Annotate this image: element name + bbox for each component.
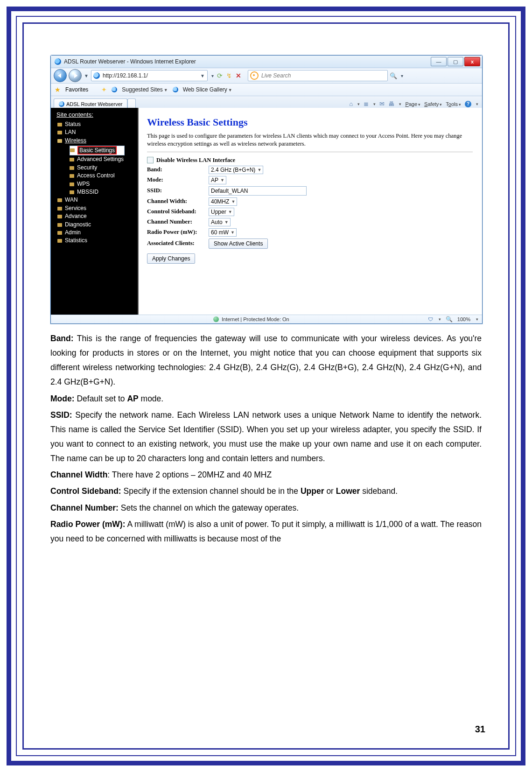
para-band: Band: This is the range of frequencies t… bbox=[50, 331, 482, 390]
divider bbox=[147, 152, 473, 152]
label-ssid: SSID: bbox=[147, 187, 209, 194]
search-provider-icon bbox=[250, 71, 259, 80]
minimize-button[interactable]: — bbox=[431, 57, 447, 66]
tree-item-wan[interactable]: WAN bbox=[57, 196, 138, 204]
para-channel-width: Channel Width: There have 2 options – 20… bbox=[50, 468, 482, 482]
disable-wlan-checkbox[interactable] bbox=[147, 157, 154, 163]
search-go-icon[interactable]: 🔍 bbox=[390, 72, 397, 79]
search-input[interactable] bbox=[260, 72, 385, 79]
url-field-wrap[interactable]: ▼ bbox=[91, 70, 208, 81]
safety-menu[interactable]: Safety▾ bbox=[424, 101, 442, 107]
stop-icon[interactable]: ✕ bbox=[236, 72, 243, 79]
tree-item-lan[interactable]: LAN bbox=[57, 128, 138, 136]
select-control-sideband[interactable]: Upper▼ bbox=[209, 208, 234, 216]
tools-menu[interactable]: Tools▾ bbox=[446, 101, 461, 107]
favorites-star-icon[interactable]: ★ bbox=[55, 86, 61, 93]
mail-icon[interactable]: ✉ bbox=[379, 100, 385, 107]
print-icon[interactable]: 🖶 bbox=[388, 100, 394, 107]
nav-tree: Site contents: Status LAN Wireless Basic… bbox=[51, 108, 139, 315]
para-control-sideband: Control Sideband: Specify if the extensi… bbox=[50, 484, 482, 498]
refresh-icon[interactable]: ⟳ bbox=[217, 72, 224, 79]
tree-item-advanced-settings[interactable]: Advanced Settings bbox=[70, 155, 138, 163]
para-radio-power: Radio Power (mW): A milliwatt (mW) is al… bbox=[50, 517, 482, 546]
tab-favicon-icon bbox=[59, 101, 64, 107]
ie-mini-icon bbox=[112, 87, 117, 92]
pm-dropdown-icon[interactable]: ▾ bbox=[438, 317, 441, 322]
suggested-sites-link[interactable]: Suggested Sites▼ bbox=[122, 86, 168, 93]
web-slice-link[interactable]: Web Slice Gallery▼ bbox=[183, 86, 232, 93]
select-channel-number[interactable]: Auto▼ bbox=[209, 218, 231, 226]
label-control-sideband: Conntrol Sideband: bbox=[147, 208, 209, 215]
tree-item-access-control[interactable]: Access Control bbox=[70, 172, 138, 180]
para-channel-number: Channel Number: Sets the channel on whic… bbox=[50, 501, 482, 515]
ie-status-bar: Internet | Protected Mode: On 🛡▾ 🔍 100% … bbox=[51, 315, 482, 323]
search-dropdown-icon[interactable]: ▾ bbox=[399, 73, 405, 78]
tree-item-status[interactable]: Status bbox=[57, 120, 138, 128]
help-icon[interactable]: ? bbox=[465, 101, 471, 107]
address-bar: ▼ ▼ ▾ ⟳ ↯ ✕ 🔍 ▾ bbox=[51, 68, 482, 84]
para-ssid: SSID: Specify the network name. Each Wir… bbox=[50, 408, 482, 466]
back-button[interactable] bbox=[54, 69, 67, 82]
select-channel-width[interactable]: 40MHZ▼ bbox=[209, 197, 237, 206]
tree-item-wireless[interactable]: Wireless Basic Settings Advanced Setting… bbox=[57, 137, 138, 197]
help-dropdown-icon[interactable]: ▾ bbox=[475, 102, 478, 106]
tree-item-security[interactable]: Security bbox=[70, 164, 138, 172]
home-dropdown-icon[interactable]: ▾ bbox=[357, 102, 360, 106]
tree-item-wps[interactable]: WPS bbox=[70, 180, 138, 188]
label-associated-clients: Associated Clients: bbox=[147, 240, 209, 247]
label-channel-width: Channel Width: bbox=[147, 198, 209, 205]
label-band: Band: bbox=[147, 166, 209, 173]
select-mode[interactable]: AP▼ bbox=[209, 176, 226, 184]
tree-item-services[interactable]: Services bbox=[57, 204, 138, 212]
url-history-caret[interactable]: ▾ bbox=[210, 73, 215, 78]
disable-wlan-label: Disable Wireless LAN Interface bbox=[156, 157, 235, 164]
document-body: Band: This is the range of frequencies t… bbox=[50, 331, 482, 548]
page-number: 31 bbox=[475, 724, 485, 735]
favorites-bar: ★ Favorites ✦ Suggested Sites▼ Web Slice… bbox=[51, 84, 482, 96]
nav-history-dropdown[interactable]: ▼ bbox=[84, 73, 89, 78]
label-channel-number: Channel Number: bbox=[147, 218, 209, 225]
close-button[interactable]: x bbox=[464, 57, 480, 66]
forward-button[interactable] bbox=[69, 69, 82, 82]
tree-header: Site contents: bbox=[53, 111, 138, 119]
label-radio-power: Radio Power (mW): bbox=[147, 229, 209, 236]
print-dropdown-icon[interactable]: ▾ bbox=[398, 102, 401, 106]
tree-item-statistics[interactable]: Statistics bbox=[57, 237, 138, 245]
tab-title: ADSL Router Webserver bbox=[66, 101, 122, 107]
protected-mode-icon[interactable]: 🛡 bbox=[428, 316, 433, 322]
maximize-button[interactable]: ▢ bbox=[448, 57, 463, 66]
feeds-dropdown-icon[interactable]: ▾ bbox=[372, 102, 376, 106]
zoom-icon[interactable]: 🔍 bbox=[446, 316, 453, 323]
content-description: This page is used to configure the param… bbox=[147, 132, 473, 148]
command-bar: ⌂▾ ≣▾ ✉ 🖶▾ PPageage▾ Safety▾ Tools▾ ?▾ bbox=[350, 100, 478, 107]
add-fav-icon[interactable]: ✦ bbox=[101, 86, 107, 93]
zoom-dropdown-icon[interactable]: ▾ bbox=[475, 317, 478, 322]
url-dropdown-icon[interactable]: ▼ bbox=[200, 73, 205, 78]
select-band[interactable]: 2.4 GHz (B+G+N)▼ bbox=[209, 166, 263, 174]
tree-item-basic-settings[interactable]: Basic Settings bbox=[70, 146, 125, 155]
zone-globe-icon bbox=[213, 316, 219, 322]
apply-changes-button[interactable]: Apply Changes bbox=[147, 253, 195, 264]
status-text: Internet | Protected Mode: On bbox=[222, 316, 289, 322]
show-active-clients-button[interactable]: Show Active Clients bbox=[209, 239, 268, 249]
ie-titlebar: ADSL Router Webserver - Windows Internet… bbox=[51, 56, 482, 68]
page-menu[interactable]: PPageage▾ bbox=[405, 101, 420, 107]
url-input[interactable] bbox=[102, 72, 198, 79]
feeds-icon[interactable]: ≣ bbox=[364, 100, 369, 107]
tree-item-mbssid[interactable]: MBSSID bbox=[70, 188, 138, 196]
tree-item-admin[interactable]: Admin bbox=[57, 229, 138, 237]
document-page: ADSL Router Webserver - Windows Internet… bbox=[0, 0, 532, 772]
select-radio-power[interactable]: 60 mW▼ bbox=[209, 228, 237, 237]
browser-viewport: Site contents: Status LAN Wireless Basic… bbox=[51, 108, 482, 315]
search-box[interactable] bbox=[248, 70, 388, 81]
tree-item-diagnostic[interactable]: Diagnostic bbox=[57, 221, 138, 229]
home-icon[interactable]: ⌂ bbox=[350, 100, 353, 107]
compat-view-icon[interactable]: ↯ bbox=[226, 72, 234, 79]
window-title: ADSL Router Webserver - Windows Internet… bbox=[64, 58, 196, 65]
ie-logo-icon bbox=[55, 58, 61, 65]
ie-window: ADSL Router Webserver - Windows Internet… bbox=[50, 55, 483, 324]
zoom-value[interactable]: 100% bbox=[457, 316, 470, 322]
favorites-label[interactable]: Favorites bbox=[65, 86, 88, 93]
tree-item-advance[interactable]: Advance bbox=[57, 212, 138, 220]
input-ssid[interactable] bbox=[209, 186, 307, 196]
